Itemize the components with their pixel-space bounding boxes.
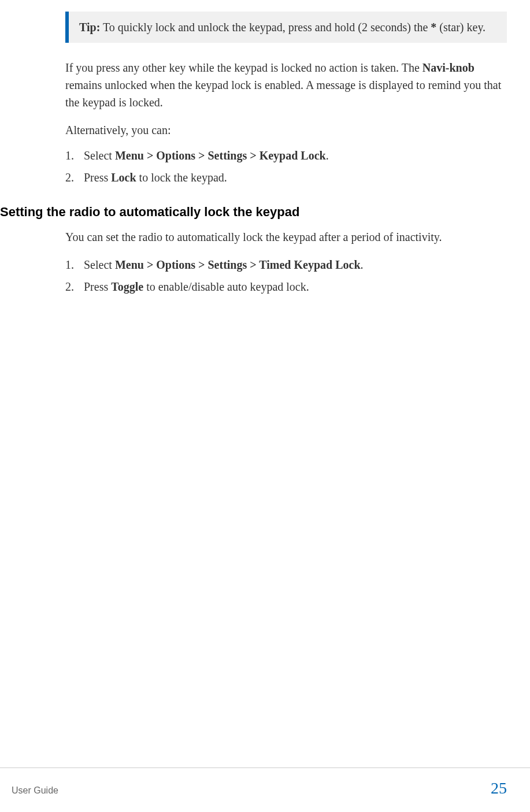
- para1-naviknob: Navi-knob: [422, 61, 475, 74]
- step-menu-path: Menu > Options > Settings > Timed Keypad…: [115, 258, 361, 271]
- page-content: Tip: To quickly lock and unlock the keyp…: [0, 0, 530, 295]
- paragraph-locked-behavior: If you press any other key while the key…: [65, 59, 507, 111]
- step-prefix: Press: [84, 280, 111, 293]
- page-footer: User Guide 25: [0, 767, 530, 800]
- step-suffix: .: [361, 258, 364, 271]
- paragraph-auto-lock: You can set the radio to automatically l…: [65, 228, 507, 246]
- footer-doc-title: User Guide: [12, 784, 58, 798]
- para1-part2: remains unlocked when the keypad lock is…: [65, 79, 501, 109]
- alternatively-intro: Alternatively, you can:: [65, 121, 507, 139]
- list-item: Press Lock to lock the keypad.: [65, 169, 507, 186]
- step-prefix: Press: [84, 171, 111, 184]
- tip-label: Tip:: [79, 21, 100, 34]
- step-prefix: Select: [84, 258, 115, 271]
- list-item: Press Toggle to enable/disable auto keyp…: [65, 278, 507, 295]
- footer-page-number: 25: [491, 776, 507, 800]
- heading-auto-lock: Setting the radio to automatically lock …: [0, 202, 507, 221]
- step-suffix: .: [326, 149, 329, 162]
- step-suffix: to enable/disable auto keypad lock.: [143, 280, 309, 293]
- tip-callout: Tip: To quickly lock and unlock the keyp…: [65, 12, 507, 43]
- para1-part1: If you press any other key while the key…: [65, 61, 422, 74]
- list-item: Select Menu > Options > Settings > Timed…: [65, 256, 507, 273]
- steps-keypad-lock: Select Menu > Options > Settings > Keypa…: [65, 147, 507, 186]
- tip-star: *: [431, 21, 436, 34]
- step-suffix: to lock the keypad.: [136, 171, 227, 184]
- step-action: Lock: [111, 171, 136, 184]
- step-menu-path: Menu > Options > Settings > Keypad Lock: [115, 149, 326, 162]
- list-item: Select Menu > Options > Settings > Keypa…: [65, 147, 507, 164]
- steps-timed-keypad-lock: Select Menu > Options > Settings > Timed…: [65, 256, 507, 295]
- tip-text-1: To quickly lock and unlock the keypad, p…: [100, 21, 431, 34]
- tip-text-2: (star) key.: [436, 21, 485, 34]
- step-prefix: Select: [84, 149, 115, 162]
- step-action: Toggle: [111, 280, 143, 293]
